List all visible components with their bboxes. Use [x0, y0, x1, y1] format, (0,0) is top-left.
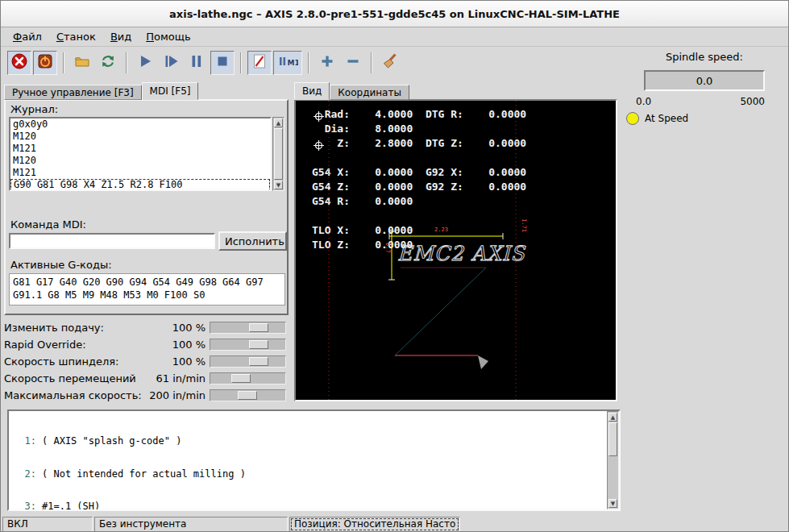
- tab-preview[interactable]: Вид: [294, 82, 330, 100]
- rapid-override-label: Rapid Override:: [4, 339, 86, 351]
- spindle-override-label: Скорость шпинделя:: [4, 355, 118, 368]
- optional-pause-toggle-button[interactable]: M1: [273, 51, 302, 75]
- jog-speed-row: Скорость перемещений 61 in/min: [4, 370, 288, 387]
- jog-speed-slider[interactable]: [210, 372, 286, 384]
- slider-thumb[interactable]: [231, 374, 251, 383]
- active-gcodes-label: Активные G-коды:: [10, 259, 112, 271]
- estop-icon: [10, 52, 28, 73]
- slider-thumb[interactable]: [249, 340, 268, 349]
- menu-machine[interactable]: Станок: [49, 28, 103, 45]
- machine-power-button[interactable]: [33, 51, 57, 75]
- slider-thumb[interactable]: [249, 357, 268, 366]
- zoom-in-icon: [318, 52, 336, 73]
- mdi-history-scrollbar[interactable]: ▲ ▼: [272, 117, 284, 191]
- spindle-override-row: Скорость шпинделя: 100 %: [4, 353, 288, 370]
- toolbar-separator: [308, 52, 309, 73]
- scroll-down-icon[interactable]: ▼: [274, 181, 283, 189]
- active-gcodes-line1: G81 G17 G40 G20 G90 G94 G54 G49 G98 G64 …: [13, 276, 281, 289]
- zoom-out-button[interactable]: [341, 51, 365, 75]
- lathe-tool-cone: [478, 355, 488, 369]
- estop-button[interactable]: [7, 51, 31, 75]
- toolbar: M1: [2, 48, 403, 78]
- mdi-history-item[interactable]: M121: [10, 143, 270, 155]
- axis-main-window: axis-lathe.ngc – AXIS 2.8.0-pre1-551-gdd…: [0, 0, 789, 532]
- statusbar: ВКЛ Без инструмента Позиция: Относительн…: [2, 517, 462, 532]
- tab-mdi[interactable]: MDI [F5]: [142, 82, 199, 100]
- status-position-mode: Позиция: Относительная Насто: [289, 517, 460, 532]
- max-velocity-row: Максимальная скорость: 200 in/min: [4, 387, 288, 404]
- max-velocity-slider[interactable]: [210, 389, 286, 401]
- left-panel-tabs: Ручное управление [F3] MDI [F5]: [4, 81, 198, 100]
- mdi-command-input[interactable]: [9, 233, 215, 249]
- run-step-button[interactable]: [159, 51, 183, 75]
- mdi-history-item[interactable]: M121: [10, 167, 270, 179]
- max-velocity-value: 200 in/min: [149, 389, 206, 401]
- zoom-in-button[interactable]: [315, 51, 339, 75]
- scrollbar-thumb[interactable]: [274, 128, 283, 180]
- spindle-speed-label: Spindle speed:: [644, 51, 765, 63]
- mdi-history-item[interactable]: M120: [10, 131, 270, 143]
- spindle-scale-max: 5000: [740, 96, 765, 107]
- mdi-history-item[interactable]: M120: [10, 155, 270, 167]
- mdi-execute-button[interactable]: Исполнить: [218, 231, 287, 251]
- reload-file-button[interactable]: [96, 51, 120, 75]
- spindle-speed-display: 0.0: [644, 70, 765, 91]
- spindle-override-slider[interactable]: [210, 355, 286, 368]
- gcode-lines: 1:( AXIS "splash g-code" ) 2:( Not inten…: [9, 414, 604, 511]
- dro-readout: Rad: 4.0000 DTG R: 0.0000 Dia: 8.0000 Z:…: [312, 107, 526, 252]
- menu-view[interactable]: Вид: [103, 28, 139, 45]
- feed-override-slider[interactable]: [210, 322, 286, 334]
- stop-program-button[interactable]: [210, 51, 235, 75]
- mdi-history-label: Журнал:: [10, 103, 58, 115]
- run-icon: [136, 52, 154, 73]
- menubar: Файл Станок Вид Помощь: [1, 27, 788, 47]
- toolbar-separator: [63, 52, 64, 73]
- feed-override-value: 100 %: [172, 322, 206, 334]
- slider-thumb[interactable]: [249, 323, 268, 332]
- run-program-button[interactable]: [133, 51, 157, 75]
- max-velocity-label: Максимальная скорость:: [4, 389, 142, 401]
- svg-text:M1: M1: [288, 59, 299, 67]
- active-gcodes-box: G81 G17 G40 G20 G90 G94 G54 G49 G98 G64 …: [9, 273, 285, 305]
- open-folder-icon: [73, 52, 91, 73]
- gcode-scrollbar[interactable]: ▲ ▼: [607, 411, 619, 509]
- menu-file[interactable]: Файл: [6, 28, 49, 45]
- spindle-speed-scale: 0.0 5000: [636, 96, 765, 107]
- optional-pause-icon: M1: [277, 52, 298, 73]
- scroll-up-icon[interactable]: ▲: [608, 413, 617, 422]
- scroll-up-icon[interactable]: ▲: [274, 118, 283, 127]
- gcode-line: 2:( Not intended for actual milling ): [9, 469, 604, 480]
- titlebar[interactable]: axis-lathe.ngc – AXIS 2.8.0-pre1-551-gdd…: [1, 1, 788, 27]
- mdi-history-item-selected[interactable]: G90 G81 G98 X4 Z1.5 R2.8 F100: [10, 179, 270, 191]
- active-gcodes-line2: G91.1 G8 M5 M9 M48 M53 M0 F100 S0: [13, 289, 281, 301]
- skip-lines-toggle-button[interactable]: [247, 51, 272, 75]
- spindle-scale-min: 0.0: [636, 96, 651, 107]
- rapid-override-slider[interactable]: [210, 339, 286, 351]
- toolbar-separator: [126, 52, 127, 73]
- at-speed-led-icon: [626, 112, 639, 125]
- gcode-line: 3:#1=.1 (SH): [9, 501, 604, 511]
- mdi-command-label: Команда MDI:: [10, 218, 86, 231]
- scrollbar-thumb[interactable]: [608, 422, 617, 456]
- zoom-out-icon: [344, 52, 362, 73]
- menu-help[interactable]: Помощь: [139, 28, 197, 45]
- machine-power-icon: [36, 52, 54, 73]
- reload-icon: [99, 52, 117, 73]
- tab-dro[interactable]: Координаты: [330, 85, 409, 100]
- gcode-listing[interactable]: 1:( AXIS "splash g-code" ) 2:( Not inten…: [7, 409, 621, 511]
- slider-thumb[interactable]: [238, 391, 257, 400]
- preview-canvas[interactable]: Rad: 4.0000 DTG R: 0.0000 Dia: 8.0000 Z:…: [294, 99, 617, 401]
- spindle-speed-value: 0.0: [696, 75, 713, 87]
- status-tool-info: Без инструмента: [94, 517, 288, 532]
- window-title: axis-lathe.ngc – AXIS 2.8.0-pre1-551-gdd…: [169, 8, 620, 20]
- mdi-history-item[interactable]: g0x0y0: [10, 118, 270, 131]
- stop-icon: [214, 52, 231, 73]
- toolbar-separator: [240, 52, 242, 73]
- scroll-down-icon[interactable]: ▼: [608, 499, 617, 508]
- mdi-history-listbox[interactable]: g0x0y0 M120 M121 M120 M121 G90 G81 G98 X…: [9, 117, 272, 191]
- open-file-button[interactable]: [70, 51, 94, 75]
- clear-plot-button[interactable]: [378, 51, 402, 75]
- tab-manual-control[interactable]: Ручное управление [F3]: [4, 85, 142, 100]
- mdi-panel: Журнал: g0x0y0 M120 M121 M120 M121 G90 G…: [4, 99, 289, 315]
- pause-program-button[interactable]: [185, 51, 209, 75]
